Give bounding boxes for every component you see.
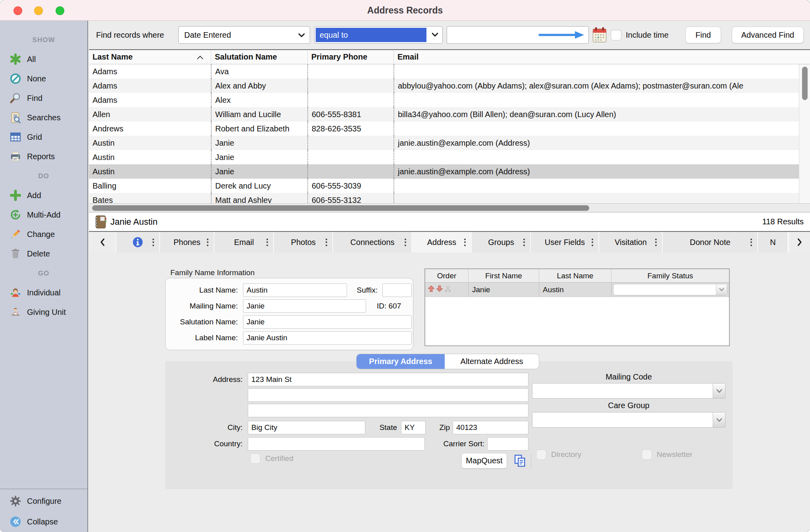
tab-menu-icon[interactable] (523, 237, 525, 247)
tab-visitation[interactable]: Visitation (599, 232, 663, 253)
tab-menu-icon[interactable] (207, 237, 208, 247)
salutation-name-input[interactable] (243, 315, 412, 329)
tab-menu-icon[interactable] (326, 237, 327, 247)
salutation-name-label: Salutation Name: (166, 315, 238, 329)
tab-menu-icon[interactable] (266, 237, 268, 247)
move-up-icon[interactable] (428, 283, 435, 297)
table-cell (393, 150, 810, 164)
address-line2-input[interactable] (248, 388, 528, 402)
vertical-scrollbar-thumb[interactable] (802, 67, 808, 100)
mailing-name-label: Mailing Name: (166, 299, 238, 313)
certified-checkbox[interactable] (250, 453, 260, 464)
tab-user-fields[interactable]: User Fields (531, 232, 599, 253)
label-name-input[interactable] (243, 331, 412, 345)
tab-menu-icon[interactable] (405, 237, 406, 247)
tab-n[interactable]: N (758, 232, 788, 253)
table-row[interactable]: AndrewsRobert and Elizabeth828-626-3535 (89, 121, 810, 136)
tab-menu-icon[interactable] (750, 237, 752, 247)
find-value-input[interactable] (447, 27, 588, 43)
sidebar-item-searches[interactable]: Searches (0, 108, 87, 127)
tab-email[interactable]: Email (214, 232, 274, 253)
sidebar-item-label: Grid (27, 127, 42, 147)
alternate-address-tab[interactable]: Alternate Address (445, 354, 539, 369)
tab-menu-icon[interactable] (655, 237, 657, 247)
app-window: Address Records SHOWAllNoneFindSearchesG… (0, 0, 810, 532)
care-group-select[interactable] (532, 412, 725, 428)
tab-connections[interactable]: Connections (333, 232, 412, 253)
mapquest-button[interactable]: MapQuest (461, 453, 507, 468)
field-select[interactable]: Date Entered (178, 26, 310, 44)
table-cell (307, 136, 393, 150)
tab-label: Photos (291, 238, 316, 247)
sidebar-item-configure[interactable]: Configure (0, 492, 87, 511)
table-row[interactable]: AustinJaniejanie.austin@example.com (Add… (89, 136, 810, 150)
sidebar: SHOWAllNoneFindSearchesGridReportsDOAddM… (0, 21, 88, 532)
sidebar-item-all[interactable]: All (0, 50, 87, 69)
sidebar-item-individual[interactable]: Individual (0, 283, 87, 303)
tab-photos[interactable]: Photos (274, 232, 333, 253)
sidebar-item-giving-unit[interactable]: Giving Unit (0, 303, 87, 322)
sidebar-item-none[interactable]: None (0, 69, 87, 89)
horizontal-scrollbar-thumb[interactable] (92, 205, 589, 211)
column-header-email[interactable]: Email (393, 50, 810, 64)
sidebar-item-change[interactable]: Change (0, 225, 87, 244)
tabs-scroll-right-button[interactable] (788, 232, 810, 253)
scissors-icon[interactable] (444, 283, 451, 297)
calendar-icon[interactable] (592, 27, 607, 43)
vertical-scrollbar[interactable] (799, 64, 810, 203)
find-button[interactable]: Find (685, 27, 721, 43)
include-time-checkbox[interactable] (611, 30, 621, 40)
chevron-down-icon (298, 31, 305, 40)
last-name-input[interactable] (243, 283, 347, 297)
tab-menu-icon[interactable] (152, 237, 154, 247)
zip-input[interactable] (453, 421, 528, 434)
newsletter-checkbox[interactable] (642, 449, 652, 460)
sidebar-item-delete[interactable]: Delete (0, 244, 87, 264)
column-header-primary-phone[interactable]: Primary Phone (307, 50, 393, 64)
table-row[interactable]: AdamsAlex (89, 93, 810, 107)
address-line3-input[interactable] (248, 404, 528, 417)
family-member-row[interactable]: Janie Austin (425, 283, 729, 297)
directory-checkbox[interactable] (536, 449, 546, 460)
tab-menu-icon[interactable] (592, 237, 593, 247)
table-row[interactable]: AdamsAva (89, 64, 810, 79)
table-row[interactable]: AdamsAlex and Abbyabbylou@yahoo.com (Abb… (89, 79, 810, 93)
move-down-icon[interactable] (436, 283, 443, 297)
field-select-value: Date Entered (184, 31, 231, 40)
family-status-select[interactable] (613, 284, 727, 295)
tab-groups[interactable]: Groups (472, 232, 531, 253)
sidebar-item-find[interactable]: Find (0, 89, 87, 108)
tabs-scroll-left-button[interactable] (89, 232, 116, 253)
advanced-find-button[interactable]: Advanced Find (732, 27, 804, 43)
primary-address-tab[interactable]: Primary Address (357, 354, 445, 369)
column-header-salutation-name[interactable]: Salutation Name (211, 50, 307, 64)
operator-select[interactable]: equal to (314, 26, 443, 44)
tab-menu-icon[interactable] (464, 237, 466, 247)
sidebar-item-multi-add[interactable]: Multi-Add (0, 205, 87, 225)
horizontal-scrollbar[interactable] (89, 203, 810, 212)
copy-icon[interactable] (513, 454, 527, 468)
tab-address[interactable]: Address (412, 232, 472, 253)
state-input[interactable] (401, 421, 426, 434)
find-bar: Find records where Date Entered equal to… (89, 21, 810, 49)
suffix-input[interactable] (382, 283, 412, 297)
tab-donor-note[interactable]: Donor Note (663, 232, 758, 253)
table-row[interactable]: AustinJanie (89, 150, 810, 164)
table-row[interactable]: BallingDerek and Lucy606-555-3039 (89, 179, 810, 193)
mailing-name-input[interactable] (243, 299, 366, 313)
address-line1-input[interactable] (248, 373, 528, 386)
tab-phones[interactable]: Phones (160, 232, 214, 253)
sidebar-item-reports[interactable]: Reports (0, 147, 87, 166)
carrier-sort-input[interactable] (487, 437, 528, 451)
column-header-last-name[interactable]: Last Name (89, 50, 211, 64)
table-row[interactable]: BatesMatt and Ashley606-555-3132 (89, 193, 810, 203)
table-row[interactable]: AustinJaniejanie.austin@example.com (Add… (89, 164, 810, 179)
mailing-code-select[interactable] (532, 383, 725, 399)
table-row[interactable]: AllenWilliam and Lucille606-555-8381bill… (89, 107, 810, 121)
tab-info[interactable] (116, 232, 160, 253)
city-input[interactable] (248, 421, 365, 434)
sidebar-item-add[interactable]: Add (0, 186, 87, 205)
sidebar-item-collapse[interactable]: Collapse (0, 512, 87, 532)
country-input[interactable] (248, 437, 425, 451)
sidebar-item-grid[interactable]: Grid (0, 127, 87, 147)
